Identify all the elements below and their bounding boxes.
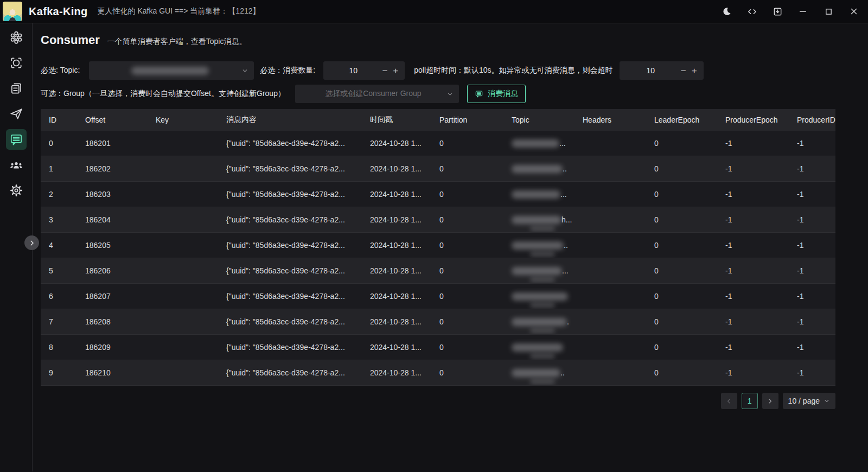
cell-partition: 0 — [431, 309, 503, 335]
current-page-button[interactable]: 1 — [742, 393, 758, 409]
sidebar-item-groups[interactable] — [6, 155, 27, 175]
consumer-group-select[interactable]: 选择或创建Consumer Group — [295, 85, 459, 103]
topics-icon — [9, 81, 23, 95]
app-title: Kafka-King — [29, 5, 88, 18]
cell-topic: ... — [503, 258, 575, 284]
sidebar-item-topics[interactable] — [6, 78, 27, 99]
cell-partition: 0 — [431, 207, 503, 233]
cell-key — [148, 233, 218, 258]
prev-page-button[interactable] — [721, 393, 737, 409]
decrement-icon[interactable]: − — [382, 66, 387, 75]
topic-label: 必选: Topic: — [41, 66, 80, 75]
cell-message: {"uuid": "85d6a3ec-d39e-4278-a2... — [218, 309, 362, 335]
cell-producerepoch: -1 — [717, 182, 789, 207]
sidebar-expand-button[interactable] — [24, 235, 39, 250]
col-timestamp: 时间戳 — [362, 109, 431, 131]
consume-button[interactable]: 消费消息 — [467, 85, 526, 103]
cell-key — [148, 131, 218, 156]
table-row[interactable]: 5 186206 {"uuid": "85d6a3ec-d39e-4278-a2… — [41, 258, 835, 284]
cell-producerepoch: -1 — [717, 309, 789, 335]
table-row[interactable]: 4 186205 {"uuid": "85d6a3ec-d39e-4278-a2… — [41, 233, 835, 258]
page-size-label: 10 / page — [788, 397, 820, 405]
next-page-button[interactable] — [762, 393, 778, 409]
cell-producerepoch: -1 — [717, 284, 789, 309]
cell-message: {"uuid": "85d6a3ec-d39e-4278-a2... — [218, 258, 362, 284]
cell-producerid: -1 — [789, 182, 835, 207]
cell-timestamp: 2024-10-28 1... — [362, 207, 431, 233]
quantity-input[interactable]: 10 − + — [323, 61, 405, 80]
cell-offset: 186210 — [77, 360, 148, 386]
sidebar-item-producer[interactable] — [6, 104, 27, 124]
redacted-topic: .. — [512, 156, 572, 181]
redacted-topic — [512, 284, 572, 309]
cell-leaderepoch: 0 — [646, 207, 717, 233]
group-label: 可选：Group（一旦选择，消费时会自动提交Offset。支持创建新Group） — [41, 89, 285, 99]
table-row[interactable]: 7 186208 {"uuid": "85d6a3ec-d39e-4278-a2… — [41, 309, 835, 335]
sidebar-item-cluster[interactable] — [6, 27, 27, 48]
devtools-button[interactable] — [746, 6, 757, 17]
decrement-icon[interactable]: − — [681, 66, 686, 75]
cell-producerepoch: -1 — [717, 258, 789, 284]
page-subtitle: 一个简单消费者客户端，查看Topic消息。 — [107, 37, 247, 47]
app-logo — [3, 2, 22, 21]
window-controls — [721, 6, 868, 17]
cell-id: 5 — [41, 258, 77, 284]
cell-headers — [575, 233, 646, 258]
cell-partition: 0 — [431, 131, 503, 156]
redacted-topic-value — [131, 67, 209, 75]
maximize-button[interactable] — [823, 6, 834, 17]
cell-headers — [575, 207, 646, 233]
cell-producerepoch: -1 — [717, 233, 789, 258]
cell-headers — [575, 156, 646, 182]
cell-partition: 0 — [431, 182, 503, 207]
table-row[interactable]: 1 186202 {"uuid": "85d6a3ec-d39e-4278-a2… — [41, 156, 835, 182]
cell-key — [148, 335, 218, 360]
increment-icon[interactable]: + — [393, 66, 398, 75]
cell-topic: .. — [503, 233, 575, 258]
increment-icon[interactable]: + — [692, 66, 697, 75]
cell-headers — [575, 309, 646, 335]
sidebar-item-settings[interactable] — [6, 180, 27, 201]
cell-partition: 0 — [431, 335, 503, 360]
cell-leaderepoch: 0 — [646, 156, 717, 182]
cell-timestamp: 2024-10-28 1... — [362, 156, 431, 182]
import-button[interactable] — [772, 6, 783, 17]
minimize-button[interactable] — [797, 6, 808, 17]
cell-id: 6 — [41, 284, 77, 309]
table-row[interactable]: 9 186210 {"uuid": "85d6a3ec-d39e-4278-a2… — [41, 360, 835, 386]
cell-producerepoch: -1 — [717, 207, 789, 233]
col-key: Key — [148, 109, 218, 131]
cell-key — [148, 284, 218, 309]
cell-producerepoch: -1 — [717, 360, 789, 386]
minimize-icon — [798, 7, 808, 16]
table-row[interactable]: 0 186201 {"uuid": "85d6a3ec-d39e-4278-a2… — [41, 131, 835, 156]
sidebar-item-monitor[interactable] — [6, 53, 27, 73]
poll-timeout-input[interactable]: 10 − + — [620, 61, 704, 80]
cell-topic: ... — [503, 182, 575, 207]
scan-icon — [9, 56, 23, 70]
cell-partition: 0 — [431, 360, 503, 386]
theme-toggle-button[interactable] — [721, 6, 732, 17]
table-row[interactable]: 6 186207 {"uuid": "85d6a3ec-d39e-4278-a2… — [41, 284, 835, 309]
message-icon — [475, 90, 483, 98]
titlebar-subtitle: 更人性化的 Kafka GUI ==> 当前集群：【1212】 — [98, 7, 260, 16]
sidebar-item-consumer[interactable] — [6, 129, 27, 150]
cell-producerid: -1 — [789, 309, 835, 335]
table-row[interactable]: 2 186203 {"uuid": "85d6a3ec-d39e-4278-a2… — [41, 182, 835, 207]
topic-select[interactable] — [89, 61, 254, 80]
cell-key — [148, 182, 218, 207]
cell-leaderepoch: 0 — [646, 131, 717, 156]
group-select-placeholder: 选择或创建Consumer Group — [325, 89, 429, 99]
table-row[interactable]: 3 186204 {"uuid": "85d6a3ec-d39e-4278-a2… — [41, 207, 835, 233]
cell-headers — [575, 360, 646, 386]
page-title: Consumer — [41, 33, 100, 47]
cell-leaderepoch: 0 — [646, 233, 717, 258]
close-button[interactable] — [848, 6, 859, 17]
redacted-topic: . — [512, 309, 572, 334]
poll-timeout-value: 10 — [626, 66, 675, 75]
page-size-select[interactable]: 10 / page — [783, 393, 835, 409]
table-row[interactable]: 8 186209 {"uuid": "85d6a3ec-d39e-4278-a2… — [41, 335, 835, 360]
col-offset: Offset — [77, 109, 148, 131]
cell-headers — [575, 182, 646, 207]
code-icon — [747, 7, 757, 17]
